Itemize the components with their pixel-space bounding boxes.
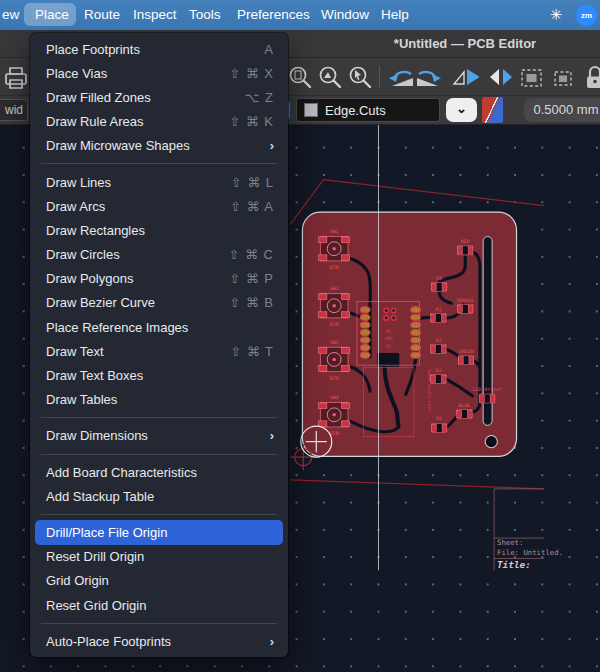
window-title: *Untitled — PCB Editor [355,30,575,58]
menu-item-add-board-characteristics[interactable]: Add Board Characteristics [35,460,283,484]
menu-item-label: Auto-Place Footprints [46,634,171,649]
menu-item-label: Draw Bezier Curve [46,295,155,310]
svg-text:SW3: SW3 [330,339,339,345]
menu-item-label: Draw Microwave Shapes [46,138,190,153]
menu-item-shortcut: ⇧ ⌘ B [229,295,274,310]
menu-item-draw-circles[interactable]: Draw Circles⇧ ⌘ C [35,243,283,267]
screen: *Untitled — PCB Editor [0,0,600,672]
menu-item-label: Place Reference Images [46,320,188,335]
red-outline-bottom [290,480,544,489]
menu-item-draw-bezier-curve[interactable]: Draw Bezier Curve⇧ ⌘ B [35,291,283,315]
menu-item-draw-lines[interactable]: Draw Lines⇧ ⌘ L [35,170,283,194]
menu-item-label: Draw Circles [46,247,120,262]
menubar-item-window[interactable]: Window [321,0,369,30]
svg-text:SW2: SW2 [330,285,339,291]
svg-text:LED_driver: LED_driver [473,386,502,393]
menu-item-draw-dimensions[interactable]: Draw Dimensions› [35,424,283,448]
menubar-item-place[interactable]: Place [35,0,69,30]
part-footprint-blue: BLUE [457,402,472,419]
submenu-arrow-icon: › [270,428,274,443]
menu-bar: ewPlaceRouteInspectToolsPreferencesWindo… [0,0,600,30]
mounting-hole [485,436,497,448]
lock-icon[interactable] [581,64,600,92]
menu-item-label: Place Vias [46,66,107,81]
menu-item-label: Draw Rule Areas [46,114,144,129]
menu-item-auto-place-footprints[interactable]: Auto-Place Footprints› [35,629,283,653]
copper-pour [377,353,399,367]
zoom-fit-icon[interactable] [287,64,315,92]
menu-item-label: Draw Lines [46,175,111,190]
redo-icon[interactable] [416,64,444,92]
sparkle-icon[interactable]: ✳ [546,0,566,30]
svg-text:RED: RED [461,238,470,244]
svg-text:BLUE: BLUE [459,402,471,408]
ungroup-icon[interactable] [549,64,577,92]
layer-chevron-button[interactable]: ⌄ [446,98,477,122]
menu-item-shortcut: ⇧ ⌘ K [229,114,274,129]
file-label: File: Untitled. [497,548,563,557]
menubar-item-route[interactable]: Route [84,0,120,30]
menu-item-shortcut: ⇧ ⌘ T [230,344,274,359]
menu-item-shortcut: ⇧ ⌘ L [231,175,274,190]
menu-item-shortcut: ⇧ ⌘ X [229,66,274,81]
menu-item-grid-origin[interactable]: Grid Origin [35,569,283,593]
title-label: Title: [497,559,531,570]
svg-text:BTN: BTN [330,375,339,381]
svg-text:BTN: BTN [330,321,339,327]
menu-item-shortcut: ⌥ Z [244,90,274,105]
menubar-item-ew[interactable]: ew [2,0,19,30]
menu-item-label: Draw Dimensions [46,428,148,443]
menu-item-draw-filled-zones[interactable]: Draw Filled Zones⌥ Z [35,85,283,109]
menu-item-reset-grid-origin[interactable]: Reset Grid Origin [35,593,283,617]
menu-item-label: Draw Arcs [46,199,105,214]
layer-pair-indicator-icon[interactable] [482,97,503,123]
zoom-objects-icon[interactable] [317,64,345,92]
menu-item-draw-tables[interactable]: Draw Tables [35,388,283,412]
svg-text:R2: R2 [435,337,441,343]
menu-item-shortcut: A [264,42,274,57]
menu-item-place-reference-images[interactable]: Place Reference Images [35,315,283,339]
svg-text:R1: R1 [435,306,441,312]
track-width-dropdown-fragment[interactable]: wid [0,99,28,121]
svg-text:R4: R4 [436,275,442,281]
group-icon[interactable] [518,64,546,92]
menu-item-place-footprints[interactable]: Place FootprintsA [35,37,283,61]
svg-text:BTN: BTN [330,430,339,436]
menubar-item-preferences[interactable]: Preferences [237,0,310,30]
zoom-selection-icon[interactable] [347,64,375,92]
svg-text:M1: M1 [386,344,392,349]
flip-vertical-icon[interactable] [487,64,515,92]
menubar-item-help[interactable]: Help [381,0,409,30]
menu-item-draw-microwave-shapes[interactable]: Draw Microwave Shapes› [35,134,283,158]
layer-selector[interactable]: Edge.Cuts [296,98,440,122]
menu-separator [30,448,288,460]
undo-icon[interactable] [386,64,414,92]
svg-text:ORANGE: ORANGE [456,297,474,303]
menu-separator [30,412,288,424]
menu-item-place-vias[interactable]: Place Vias⇧ ⌘ X [35,61,283,85]
chevron-down-icon: ⌄ [456,101,467,116]
menu-item-draw-arcs[interactable]: Draw Arcs⇧ ⌘ A [35,194,283,218]
svg-text:SW4: SW4 [330,394,339,400]
flip-horizontal-icon[interactable] [451,64,479,92]
menu-item-draw-rectangles[interactable]: Draw Rectangles [35,218,283,242]
menu-item-draw-polygons[interactable]: Draw Polygons⇧ ⌘ P [35,267,283,291]
svg-text:R5: R5 [436,415,442,421]
menu-item-label: Draw Text Boxes [46,368,143,383]
menu-separator [30,617,288,629]
menu-item-label: Drill/Place File Origin [46,525,167,540]
print-icon[interactable] [2,64,30,92]
svg-text:GND: GND [385,336,393,341]
menubar-item-tools[interactable]: Tools [189,0,221,30]
menu-item-drill-place-file-origin[interactable]: Drill/Place File Origin [35,520,283,544]
menu-item-draw-rule-areas[interactable]: Draw Rule Areas⇧ ⌘ K [35,110,283,134]
svg-text:R3: R3 [435,367,441,373]
menu-item-draw-text-boxes[interactable]: Draw Text Boxes [35,363,283,387]
track-width-button[interactable]: 0.5000 mm [524,98,600,122]
menubar-item-inspect[interactable]: Inspect [133,0,177,30]
menu-item-label: Draw Tables [46,392,117,407]
menu-item-reset-drill-origin[interactable]: Reset Drill Origin [35,545,283,569]
menu-item-draw-text[interactable]: Draw Text⇧ ⌘ T [35,339,283,363]
menu-item-add-stackup-table[interactable]: Add Stackup Table [35,484,283,508]
zoom-app-icon[interactable]: zm [576,5,597,26]
